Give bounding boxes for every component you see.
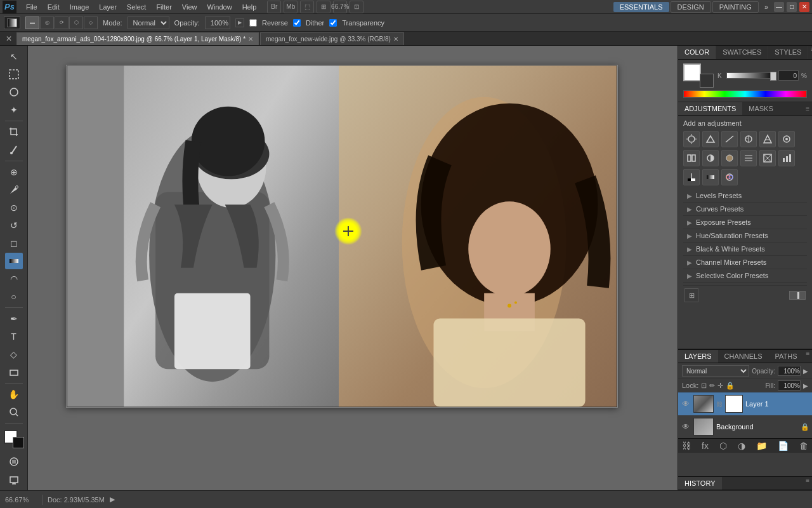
gradient-map-icon[interactable] [702, 169, 719, 185]
marquee-tool-btn[interactable] [5, 66, 23, 83]
background-color[interactable] [13, 437, 24, 448]
diamond-gradient-btn[interactable]: ◇ [84, 17, 98, 29]
clone-tool-btn[interactable]: ⊙ [5, 199, 23, 216]
k-slider-thumb[interactable] [770, 72, 776, 81]
layer-adj-btn[interactable]: ◑ [738, 441, 745, 451]
mode-select[interactable]: Normal [128, 17, 169, 29]
bridge-btn[interactable]: Br [267, 1, 281, 13]
menu-image[interactable]: Image [65, 2, 94, 12]
posterize-icon[interactable] [778, 150, 795, 166]
swatches-tab[interactable]: SWATCHES [716, 46, 768, 59]
color-balance-icon[interactable] [683, 150, 700, 166]
healing-tool-btn[interactable]: ⊕ [5, 164, 23, 180]
dither-checkbox[interactable] [293, 19, 301, 27]
lock-transparency-btn[interactable]: ⊡ [701, 382, 707, 390]
menu-layer[interactable]: Layer [95, 2, 121, 12]
fill-expand-btn[interactable]: ▶ [803, 382, 808, 389]
bg-color-box[interactable] [700, 74, 714, 88]
maximize-btn[interactable]: □ [787, 2, 797, 12]
opacity-expand-btn[interactable]: ▶ [235, 18, 244, 27]
hue-saturation-icon[interactable] [778, 131, 795, 147]
essentials-btn[interactable]: ESSENTIALS [613, 2, 669, 12]
canvas-area[interactable] [28, 46, 678, 490]
preset-black-white[interactable]: ▶ Black & White Presets [683, 243, 807, 256]
adj-panel-menu[interactable]: ≡ [806, 105, 809, 112]
masks-tab[interactable]: MASKS [742, 102, 780, 115]
status-expand-btn[interactable]: ▶ [110, 495, 115, 504]
brush-tool-btn[interactable] [5, 182, 23, 198]
menu-filter[interactable]: Filter [152, 2, 176, 12]
layer-item-1[interactable]: 👁 ⛓ Layer 1 [678, 392, 812, 415]
opacity-expand-btn[interactable]: ▶ [803, 368, 808, 375]
layers-panel-collapse[interactable]: ≡ [804, 350, 812, 363]
preset-selective-color[interactable]: ▶ Selective Color Presets [683, 269, 807, 283]
menu-view[interactable]: View [178, 2, 202, 12]
levels-icon[interactable] [702, 131, 719, 147]
layer-delete-btn[interactable]: 🗑 [799, 441, 808, 451]
threshold-icon[interactable] [683, 169, 700, 185]
curves-icon[interactable] [721, 131, 738, 147]
move-tool-btn[interactable]: ↖ [5, 48, 23, 65]
color-panel-collapse[interactable]: ≡ [808, 46, 812, 59]
menu-help[interactable]: Help [238, 2, 261, 12]
fill-input[interactable] [778, 380, 801, 391]
zoom-pct-btn[interactable]: 66.7% [333, 1, 347, 13]
type-tool-btn[interactable]: T [5, 328, 23, 345]
fg-color-box[interactable] [683, 64, 701, 81]
channel-mixer-icon[interactable] [740, 150, 757, 166]
k-slider-track[interactable] [726, 72, 776, 79]
exposure-icon[interactable] [740, 131, 757, 147]
radial-gradient-btn[interactable]: ◎ [40, 17, 54, 29]
layer-new-btn[interactable]: 📄 [778, 441, 789, 451]
color-tab[interactable]: COLOR [678, 46, 716, 59]
brightness-contrast-icon[interactable] [683, 131, 700, 147]
painting-btn[interactable]: PAINTING [712, 1, 759, 13]
crop-tool-btn[interactable] [5, 124, 23, 140]
tab-1[interactable]: megan_fox_new-wide.jpg @ 33.3% (RGB/8) ✕ [260, 32, 404, 45]
layer-style-btn[interactable]: fx [702, 441, 709, 451]
lock-position-btn[interactable]: ✛ [717, 382, 723, 390]
design-btn[interactable]: DESIGN [671, 1, 711, 13]
styles-tab[interactable]: STYLES [768, 46, 808, 59]
minibr-btn[interactable]: Mb [284, 1, 298, 13]
gradient-tool-btn[interactable] [5, 253, 23, 269]
menu-select[interactable]: Select [122, 2, 151, 12]
preset-channel-mixer[interactable]: ▶ Channel Mixer Presets [683, 256, 807, 269]
eraser-tool-btn[interactable]: ◻ [5, 235, 23, 251]
view-mode-btn[interactable]: ⬚ [300, 1, 314, 13]
close-tabbar-btn[interactable]: ✕ [3, 32, 15, 45]
hand-tool-btn[interactable]: ✋ [5, 386, 23, 403]
angle-gradient-btn[interactable]: ⟳ [55, 17, 69, 29]
black-white-icon[interactable] [702, 150, 719, 166]
layers-tab-paths[interactable]: PATHS [769, 350, 804, 363]
layer-group-btn[interactable]: 📁 [756, 441, 767, 451]
reflected-gradient-btn[interactable]: ⬡ [69, 17, 83, 29]
preset-curves[interactable]: ▶ Curves Presets [683, 203, 807, 216]
eyedropper-tool-btn[interactable] [5, 142, 23, 158]
adj-bottom-new[interactable]: ⊞ [684, 288, 698, 302]
layer-mask-btn[interactable]: ⬡ [719, 441, 727, 451]
quick-select-tool-btn[interactable]: ✦ [5, 102, 23, 118]
adj-color-ramp[interactable]: ▐ [789, 291, 806, 300]
shape-tool-btn[interactable] [5, 364, 23, 380]
preset-hue-saturation[interactable]: ▶ Hue/Saturation Presets [683, 229, 807, 243]
lock-image-btn[interactable]: ✏ [709, 382, 715, 390]
layer-link-btn[interactable]: ⛓ [682, 441, 691, 451]
layer-item-background[interactable]: 👁 Background 🔒 [678, 415, 812, 438]
opacity-input[interactable] [778, 366, 801, 376]
linear-gradient-btn[interactable]: ▬ [25, 17, 39, 29]
layers-tab-layers[interactable]: LAYERS [678, 350, 718, 363]
k-value-input[interactable] [778, 70, 799, 81]
zoom-tool-btn[interactable] [5, 404, 23, 420]
tab-0-close[interactable]: ✕ [248, 36, 253, 43]
tab-0[interactable]: megan_fox_armani_ads_004-812x508.jpg @ … [16, 32, 259, 45]
tab-1-close[interactable]: ✕ [393, 36, 398, 43]
menu-edit[interactable]: Edit [43, 2, 64, 12]
history-panel-collapse[interactable]: ≡ [803, 477, 812, 490]
path-select-tool-btn[interactable]: ◇ [5, 346, 23, 363]
blend-mode-select[interactable]: Normal Multiply Screen Overlay [682, 365, 749, 377]
preset-levels[interactable]: ▶ Levels Presets [683, 189, 807, 203]
pen-tool-btn[interactable]: ✒ [5, 311, 23, 327]
lock-all-btn[interactable]: 🔒 [726, 382, 735, 390]
dodge-tool-btn[interactable]: ○ [5, 288, 23, 305]
